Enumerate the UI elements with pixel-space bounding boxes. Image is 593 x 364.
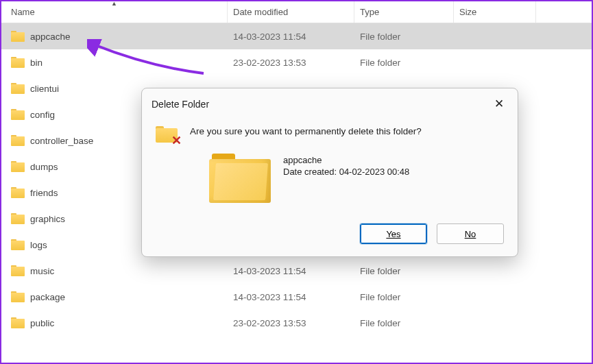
- table-row[interactable]: bin23-02-2023 13:53File folder: [1, 49, 592, 75]
- file-date: 14-03-2023 11:54: [228, 266, 354, 276]
- file-name: clientui: [30, 84, 59, 94]
- folder-icon: [11, 187, 25, 198]
- file-date: 23-02-2023 13:53: [228, 58, 354, 68]
- confirm-message: Are you sure you want to permanently del…: [190, 123, 422, 136]
- large-folder-icon: [209, 154, 271, 203]
- folder-icon: [11, 83, 25, 94]
- file-type: File folder: [354, 292, 454, 302]
- yes-button[interactable]: Yes: [360, 223, 427, 244]
- file-name: bin: [30, 58, 43, 68]
- dialog-date-created: Date created: 04-02-2023 00:48: [283, 167, 409, 177]
- file-name: music: [30, 266, 54, 276]
- folder-icon: [11, 161, 25, 172]
- file-type: File folder: [354, 32, 454, 42]
- dialog-footer: Yes No: [142, 214, 518, 256]
- delete-folder-dialog: Delete Folder ✕ ✕ Are you sure you want …: [141, 88, 518, 257]
- close-icon: ✕: [494, 97, 504, 110]
- file-name: dumps: [30, 162, 58, 172]
- folder-delete-icon: ✕: [156, 126, 180, 147]
- file-date: 14-03-2023 11:54: [228, 292, 354, 302]
- table-row[interactable]: appcache14-03-2023 11:54File folder: [1, 23, 592, 49]
- file-type: File folder: [354, 318, 454, 328]
- table-row[interactable]: music14-03-2023 11:54File folder: [1, 258, 592, 284]
- column-header-row: Name ▲ Date modified Type Size: [1, 1, 592, 23]
- column-header-size[interactable]: Size: [454, 1, 536, 23]
- folder-icon: [11, 213, 25, 224]
- x-mark-icon: ✕: [171, 133, 182, 148]
- file-type: File folder: [354, 58, 454, 68]
- folder-icon: [11, 135, 25, 146]
- sort-indicator-icon: ▲: [111, 0, 117, 7]
- column-header-name[interactable]: Name ▲: [1, 1, 228, 23]
- folder-icon: [11, 57, 25, 68]
- folder-icon: [11, 109, 25, 120]
- dialog-title: Delete Folder: [152, 99, 209, 110]
- no-button[interactable]: No: [437, 223, 504, 244]
- file-name: logs: [30, 240, 47, 250]
- file-name: controller_base: [30, 136, 93, 146]
- folder-details-text: appcache Date created: 04-02-2023 00:48: [283, 154, 409, 203]
- file-date: 23-02-2023 13:53: [228, 318, 354, 328]
- close-button[interactable]: ✕: [490, 95, 508, 112]
- no-button-label: No: [465, 229, 476, 239]
- folder-icon: [11, 265, 25, 276]
- yes-button-label: Yes: [386, 229, 400, 239]
- dialog-titlebar: Delete Folder ✕: [142, 88, 518, 119]
- column-header-date-label: Date modified: [233, 7, 288, 17]
- file-name: public: [30, 318, 54, 328]
- file-name: graphics: [30, 214, 65, 224]
- file-name: package: [30, 292, 65, 302]
- table-row[interactable]: public23-02-2023 13:53File folder: [1, 310, 592, 336]
- folder-icon: [11, 317, 25, 328]
- column-header-type[interactable]: Type: [354, 1, 454, 23]
- file-name: config: [30, 110, 55, 120]
- column-header-size-label: Size: [459, 7, 476, 17]
- folder-icon: [11, 291, 25, 302]
- column-header-date[interactable]: Date modified: [228, 1, 354, 23]
- column-header-name-label: Name: [11, 7, 35, 17]
- folder-icon: [11, 31, 25, 42]
- file-type: File folder: [354, 266, 454, 276]
- dialog-body: ✕ Are you sure you want to permanently d…: [142, 119, 518, 214]
- column-header-type-label: Type: [360, 7, 379, 17]
- dialog-folder-name: appcache: [283, 155, 409, 165]
- file-date: 14-03-2023 11:54: [228, 32, 354, 42]
- file-name: friends: [30, 188, 58, 198]
- folder-icon: [11, 239, 25, 250]
- table-row[interactable]: package14-03-2023 11:54File folder: [1, 284, 592, 310]
- file-name: appcache: [30, 32, 71, 42]
